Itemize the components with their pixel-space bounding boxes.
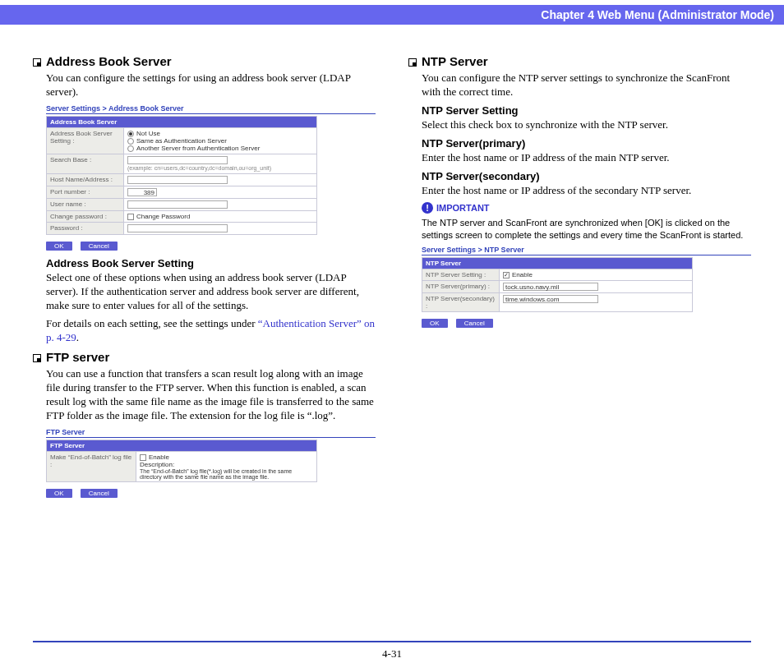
chapter-header: Chapter 4 Web Menu (Administrator Mode) <box>0 5 784 25</box>
bullet-icon <box>33 354 41 362</box>
checkbox-label: Enable <box>512 271 533 278</box>
page: Chapter 4 Web Menu (Administrator Mode) … <box>0 5 784 672</box>
row-value: Enable Description: The “End-of-Batch” l… <box>136 451 317 481</box>
sub-heading: NTP Server(primary) <box>422 137 751 150</box>
cancel-button[interactable]: Cancel <box>81 242 118 251</box>
desc-text: The “End-of-Batch” log file(*.log) will … <box>140 468 313 480</box>
radio-label: Another Server from Authentication Serve… <box>136 145 260 152</box>
row-value: (example: cn=users,dc=country,dc=domain,… <box>124 154 317 173</box>
right-column: NTP Server You can configure the NTP ser… <box>408 49 751 504</box>
cancel-button[interactable]: Cancel <box>81 489 118 498</box>
hint-text: (example: cn=users,dc=country,dc=domain,… <box>127 165 271 171</box>
row-value: Enable <box>500 269 693 281</box>
important-icon: ! <box>422 202 433 214</box>
title-text: Address Book Server <box>46 54 172 68</box>
screenshot-address-book-server: Server Settings > Address Book Server Ad… <box>46 104 376 251</box>
text-field[interactable] <box>127 156 228 164</box>
page-number: 4-31 <box>33 647 751 660</box>
table-header: Address Book Server <box>47 116 317 127</box>
ok-button[interactable]: OK <box>46 489 72 498</box>
row-label: Search Base : <box>47 154 124 173</box>
text-field[interactable] <box>127 224 228 232</box>
ok-button[interactable]: OK <box>422 319 448 328</box>
table-header: FTP Server <box>47 440 317 451</box>
body-text: Enter the host name or IP address of the… <box>422 151 751 165</box>
checkbox-icon[interactable] <box>503 272 510 278</box>
row-value <box>124 222 317 234</box>
row-label: NTP Server Setting : <box>422 269 500 281</box>
checkbox-icon[interactable] <box>140 454 146 461</box>
row-label: Change password : <box>47 210 124 222</box>
text-field[interactable]: tock.usno.navy.mil <box>503 283 598 291</box>
screenshot-ntp-server: Server Settings > NTP Server NTP Server … <box>422 246 751 328</box>
row-value: 389 <box>124 186 317 198</box>
checkbox-label: Enable <box>149 453 169 461</box>
body-text: Select one of these options when using a… <box>46 271 376 313</box>
breadcrumb: FTP Server <box>46 428 376 438</box>
section-title-ntp: NTP Server <box>408 54 751 68</box>
footer-rule <box>33 641 751 642</box>
desc-label: Description: <box>140 461 313 468</box>
section-title-ftp: FTP server <box>33 350 376 364</box>
row-value: time.windows.com <box>500 293 693 312</box>
cancel-button[interactable]: Cancel <box>456 319 493 328</box>
row-label: NTP Server(primary) : <box>422 281 500 293</box>
two-column-layout: Address Book Server You can configure th… <box>33 49 751 504</box>
row-value <box>124 198 317 210</box>
text-field[interactable]: time.windows.com <box>503 295 598 303</box>
breadcrumb: Server Settings > NTP Server <box>422 246 751 255</box>
sub-heading: NTP Server(secondary) <box>422 170 751 182</box>
page-footer: 4-31 <box>33 641 751 660</box>
text-field[interactable] <box>127 200 228 209</box>
row-value <box>124 173 317 186</box>
left-column: Address Book Server You can configure th… <box>33 49 376 504</box>
sub-heading: Address Book Server Setting <box>46 257 376 269</box>
important-text: The NTP server and ScanFront are synchro… <box>422 217 751 241</box>
text-fragment: For details on each setting, see the set… <box>46 317 258 329</box>
text-field[interactable] <box>127 176 228 184</box>
important-label: IMPORTANT <box>436 203 490 213</box>
row-value: Not Use Same as Authentication Server An… <box>124 127 317 154</box>
body-text: For details on each setting, see the set… <box>46 317 376 345</box>
text-field[interactable]: 389 <box>127 188 157 196</box>
bullet-icon <box>408 58 417 67</box>
checkbox-icon[interactable] <box>127 214 134 220</box>
text-fragment: . <box>76 331 79 343</box>
radio-icon[interactable] <box>127 145 134 152</box>
checkbox-label: Change Password <box>136 213 190 220</box>
screenshot-ftp-server: FTP Server FTP Server Make “End-of-Batch… <box>46 428 376 498</box>
row-label: Address Book Server Setting : <box>47 127 124 154</box>
section-intro: You can configure the settings for using… <box>46 71 376 99</box>
row-label: User name : <box>47 198 124 210</box>
table-header: NTP Server <box>422 258 693 269</box>
row-label: NTP Server(secondary) : <box>422 293 500 312</box>
title-text: FTP server <box>46 350 109 364</box>
radio-label: Not Use <box>136 130 160 137</box>
body-text: Select this check box to synchronize wit… <box>422 118 751 132</box>
row-label: Host Name/Address : <box>47 173 124 186</box>
sub-heading: NTP Server Setting <box>422 104 751 117</box>
important-callout: ! IMPORTANT <box>422 202 751 214</box>
ok-button[interactable]: OK <box>46 242 72 251</box>
section-intro: You can use a function that transfers a … <box>46 367 376 423</box>
row-value: Change Password <box>124 210 317 222</box>
breadcrumb: Server Settings > Address Book Server <box>46 104 376 114</box>
section-title-address-book: Address Book Server <box>33 54 376 68</box>
title-text: NTP Server <box>422 54 488 68</box>
radio-icon[interactable] <box>127 131 134 137</box>
radio-label: Same as Authentication Server <box>136 137 227 145</box>
row-value: tock.usno.navy.mil <box>500 281 693 293</box>
bullet-icon <box>33 58 41 67</box>
row-label: Make “End-of-Batch” log file : <box>47 451 136 481</box>
row-label: Port number : <box>47 186 124 198</box>
radio-icon[interactable] <box>127 138 134 145</box>
row-label: Password : <box>47 222 124 234</box>
section-intro: You can configure the NTP server setting… <box>422 71 751 99</box>
body-text: Enter the host name or IP address of the… <box>422 184 751 198</box>
